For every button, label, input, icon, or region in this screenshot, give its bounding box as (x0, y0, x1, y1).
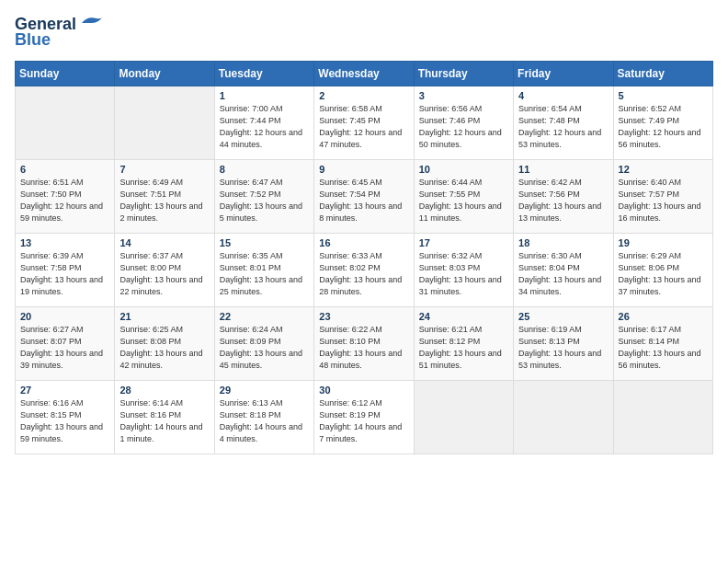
day-number: 21 (119, 311, 209, 322)
calendar-cell: 29 Sunrise: 6:13 AMSunset: 8:18 PMDaylig… (214, 381, 313, 454)
calendar-cell: 24 Sunrise: 6:21 AMSunset: 8:12 PMDaylig… (414, 307, 513, 381)
day-number: 11 (518, 164, 608, 175)
weekday-header-row: SundayMondayTuesdayWednesdayThursdayFrid… (16, 62, 713, 86)
day-info: Sunrise: 6:37 AMSunset: 8:00 PMDaylight:… (119, 251, 202, 296)
day-number: 15 (220, 237, 309, 248)
weekday-header-sunday: Sunday (16, 62, 115, 86)
calendar-cell (514, 381, 613, 454)
calendar-cell: 19 Sunrise: 6:29 AMSunset: 8:06 PMDaylig… (613, 234, 712, 307)
day-number: 5 (619, 90, 708, 101)
calendar-cell: 8 Sunrise: 6:47 AMSunset: 7:52 PMDayligh… (214, 160, 313, 234)
calendar-cell: 17 Sunrise: 6:32 AMSunset: 8:03 PMDaylig… (414, 234, 513, 307)
day-number: 29 (220, 385, 309, 396)
calendar-table: SundayMondayTuesdayWednesdayThursdayFrid… (15, 61, 713, 454)
day-info: Sunrise: 6:49 AMSunset: 7:51 PMDaylight:… (119, 178, 202, 223)
day-info: Sunrise: 6:44 AMSunset: 7:55 PMDaylight:… (419, 178, 502, 223)
day-info: Sunrise: 6:14 AMSunset: 8:16 PMDaylight:… (119, 398, 202, 443)
day-number: 26 (619, 311, 708, 322)
day-info: Sunrise: 6:58 AMSunset: 7:45 PMDaylight:… (319, 104, 402, 149)
calendar-week-2: 6 Sunrise: 6:51 AMSunset: 7:50 PMDayligh… (16, 160, 713, 234)
calendar-cell: 27 Sunrise: 6:16 AMSunset: 8:15 PMDaylig… (16, 381, 115, 454)
day-number: 3 (419, 90, 508, 101)
day-number: 22 (220, 311, 309, 322)
calendar-cell: 11 Sunrise: 6:42 AMSunset: 7:56 PMDaylig… (514, 160, 613, 234)
weekday-header-saturday: Saturday (613, 62, 712, 86)
day-number: 6 (20, 164, 109, 175)
day-number: 10 (419, 164, 508, 175)
calendar-cell: 1 Sunrise: 7:00 AMSunset: 7:44 PMDayligh… (214, 86, 313, 160)
day-number: 16 (319, 237, 408, 248)
day-info: Sunrise: 6:45 AMSunset: 7:54 PMDaylight:… (319, 178, 402, 223)
day-info: Sunrise: 6:51 AMSunset: 7:50 PMDaylight:… (20, 178, 103, 223)
calendar-cell: 12 Sunrise: 6:40 AMSunset: 7:57 PMDaylig… (613, 160, 712, 234)
day-number: 7 (119, 164, 209, 175)
day-number: 27 (20, 385, 109, 396)
calendar-cell: 21 Sunrise: 6:25 AMSunset: 8:08 PMDaylig… (115, 307, 214, 381)
weekday-header-wednesday: Wednesday (314, 62, 414, 86)
day-info: Sunrise: 6:25 AMSunset: 8:08 PMDaylight:… (119, 325, 202, 370)
day-number: 17 (419, 237, 508, 248)
day-info: Sunrise: 6:40 AMSunset: 7:57 PMDaylight:… (619, 178, 701, 223)
day-info: Sunrise: 6:35 AMSunset: 8:01 PMDaylight:… (220, 251, 302, 296)
calendar-cell (115, 86, 214, 160)
calendar-cell: 16 Sunrise: 6:33 AMSunset: 8:02 PMDaylig… (314, 234, 414, 307)
calendar-cell: 20 Sunrise: 6:27 AMSunset: 8:07 PMDaylig… (16, 307, 115, 381)
calendar-cell: 5 Sunrise: 6:52 AMSunset: 7:49 PMDayligh… (613, 86, 712, 160)
calendar-cell: 30 Sunrise: 6:12 AMSunset: 8:19 PMDaylig… (314, 381, 414, 454)
calendar-cell (613, 381, 712, 454)
day-info: Sunrise: 6:12 AMSunset: 8:19 PMDaylight:… (319, 398, 402, 443)
day-number: 14 (119, 237, 209, 248)
calendar-cell: 15 Sunrise: 6:35 AMSunset: 8:01 PMDaylig… (214, 234, 313, 307)
day-info: Sunrise: 6:29 AMSunset: 8:06 PMDaylight:… (619, 251, 701, 296)
calendar-cell (16, 86, 115, 160)
day-info: Sunrise: 6:17 AMSunset: 8:14 PMDaylight:… (619, 325, 701, 370)
logo-blue: Blue (15, 30, 51, 50)
calendar-cell: 22 Sunrise: 6:24 AMSunset: 8:09 PMDaylig… (214, 307, 313, 381)
day-info: Sunrise: 6:32 AMSunset: 8:03 PMDaylight:… (419, 251, 502, 296)
day-number: 20 (20, 311, 109, 322)
day-number: 1 (220, 90, 309, 101)
calendar-cell: 9 Sunrise: 6:45 AMSunset: 7:54 PMDayligh… (314, 160, 414, 234)
day-number: 4 (518, 90, 608, 101)
calendar-cell: 6 Sunrise: 6:51 AMSunset: 7:50 PMDayligh… (16, 160, 115, 234)
calendar-cell: 23 Sunrise: 6:22 AMSunset: 8:10 PMDaylig… (314, 307, 414, 381)
calendar-cell: 4 Sunrise: 6:54 AMSunset: 7:48 PMDayligh… (514, 86, 613, 160)
day-number: 2 (319, 90, 408, 101)
day-number: 28 (119, 385, 209, 396)
day-number: 8 (220, 164, 309, 175)
calendar-cell: 28 Sunrise: 6:14 AMSunset: 8:16 PMDaylig… (115, 381, 214, 454)
calendar-cell (414, 381, 513, 454)
calendar-cell: 10 Sunrise: 6:44 AMSunset: 7:55 PMDaylig… (414, 160, 513, 234)
weekday-header-friday: Friday (514, 62, 613, 86)
calendar-week-5: 27 Sunrise: 6:16 AMSunset: 8:15 PMDaylig… (16, 381, 713, 454)
calendar-week-1: 1 Sunrise: 7:00 AMSunset: 7:44 PMDayligh… (16, 86, 713, 160)
day-number: 23 (319, 311, 408, 322)
day-info: Sunrise: 6:22 AMSunset: 8:10 PMDaylight:… (319, 325, 402, 370)
day-info: Sunrise: 6:19 AMSunset: 8:13 PMDaylight:… (518, 325, 601, 370)
day-info: Sunrise: 6:27 AMSunset: 8:07 PMDaylight:… (20, 325, 103, 370)
day-number: 24 (419, 311, 508, 322)
day-info: Sunrise: 6:47 AMSunset: 7:52 PMDaylight:… (220, 178, 302, 223)
day-info: Sunrise: 6:13 AMSunset: 8:18 PMDaylight:… (220, 398, 302, 443)
calendar-cell: 7 Sunrise: 6:49 AMSunset: 7:51 PMDayligh… (115, 160, 214, 234)
logo-bird-icon (78, 16, 104, 30)
calendar-cell: 26 Sunrise: 6:17 AMSunset: 8:14 PMDaylig… (613, 307, 712, 381)
weekday-header-tuesday: Tuesday (214, 62, 313, 86)
day-info: Sunrise: 6:21 AMSunset: 8:12 PMDaylight:… (419, 325, 502, 370)
calendar-week-3: 13 Sunrise: 6:39 AMSunset: 7:58 PMDaylig… (16, 234, 713, 307)
day-number: 12 (619, 164, 708, 175)
day-number: 30 (319, 385, 408, 396)
calendar-week-4: 20 Sunrise: 6:27 AMSunset: 8:07 PMDaylig… (16, 307, 713, 381)
calendar-cell: 18 Sunrise: 6:30 AMSunset: 8:04 PMDaylig… (514, 234, 613, 307)
calendar-cell: 25 Sunrise: 6:19 AMSunset: 8:13 PMDaylig… (514, 307, 613, 381)
calendar-cell: 2 Sunrise: 6:58 AMSunset: 7:45 PMDayligh… (314, 86, 414, 160)
day-info: Sunrise: 6:39 AMSunset: 7:58 PMDaylight:… (20, 251, 103, 296)
day-info: Sunrise: 6:52 AMSunset: 7:49 PMDaylight:… (619, 104, 701, 149)
header: General Blue (15, 15, 713, 50)
day-info: Sunrise: 6:33 AMSunset: 8:02 PMDaylight:… (319, 251, 402, 296)
calendar-cell: 3 Sunrise: 6:56 AMSunset: 7:46 PMDayligh… (414, 86, 513, 160)
weekday-header-monday: Monday (115, 62, 214, 86)
logo: General Blue (15, 15, 104, 50)
day-info: Sunrise: 6:54 AMSunset: 7:48 PMDaylight:… (518, 104, 601, 149)
calendar-cell: 13 Sunrise: 6:39 AMSunset: 7:58 PMDaylig… (16, 234, 115, 307)
